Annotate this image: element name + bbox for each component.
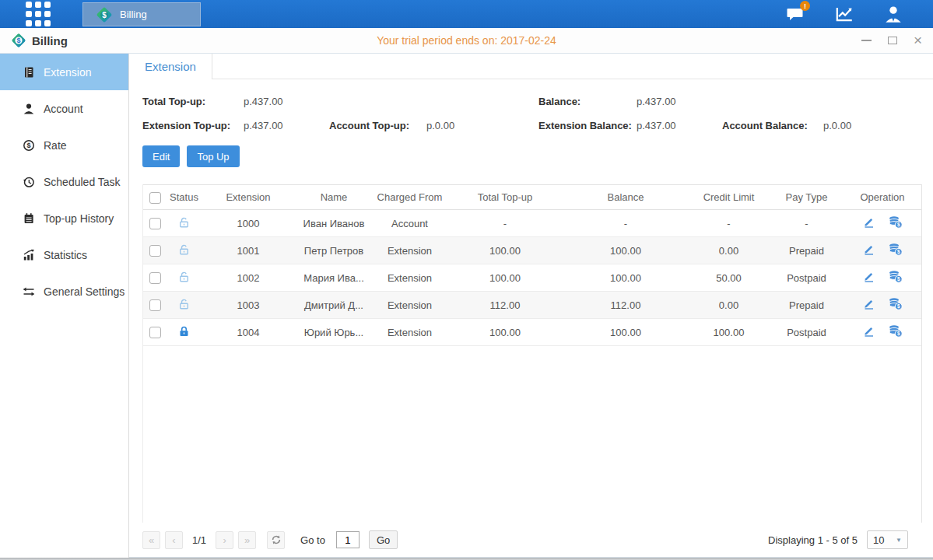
balance-cell: - xyxy=(563,210,688,237)
pay-type-cell: Postpaid xyxy=(770,264,844,292)
coins-icon: $ xyxy=(888,243,903,256)
credit-limit-cell: 100.00 xyxy=(688,319,770,346)
refresh-button[interactable] xyxy=(267,531,285,549)
balance-cell: 100.00 xyxy=(563,237,688,264)
credit-limit-cell: 0.00 xyxy=(688,237,770,264)
tab-extension[interactable]: Extension xyxy=(129,54,212,79)
row-checkbox[interactable] xyxy=(149,299,161,311)
balance-value: p.437.00 xyxy=(637,96,722,107)
svg-text:$: $ xyxy=(897,249,900,255)
minimize-icon[interactable] xyxy=(861,40,872,41)
topup-button[interactable]: Top Up xyxy=(187,145,239,167)
edit-button[interactable]: Edit xyxy=(142,145,180,167)
prev-page-button[interactable]: ‹ xyxy=(165,531,183,549)
topup-row-button[interactable]: $ xyxy=(888,297,903,310)
next-page-button[interactable]: › xyxy=(216,531,233,549)
operation-cell: $ xyxy=(844,237,921,264)
operation-cell: $ xyxy=(844,292,921,319)
page-size-select[interactable]: 10 ▼ xyxy=(867,530,908,549)
coins-icon: $ xyxy=(888,215,903,229)
edit-row-button[interactable] xyxy=(862,243,875,256)
pagination-bar: « ‹ 1/1 › » Go to Go Displayi xyxy=(129,523,933,558)
user-icon xyxy=(883,5,903,23)
svg-text:$: $ xyxy=(26,142,30,149)
sidebar-item-account[interactable]: Account xyxy=(0,90,128,127)
extension-balance-label: Extension Balance: xyxy=(538,120,637,131)
sliders-icon xyxy=(23,285,35,298)
total-topup-label: Total Top-up: xyxy=(142,96,244,107)
table-row[interactable]: 1003 Дмитрий Д... Extension 112.00 112.0… xyxy=(143,292,921,319)
table-row[interactable]: 1004 Юрий Юрь... Extension 100.00 100.00… xyxy=(143,319,921,346)
app-title: $ Billing xyxy=(11,33,68,48)
extension-table-wrap: Status Extension Name Charged From Total… xyxy=(142,184,922,523)
row-checkbox[interactable] xyxy=(149,218,161,229)
balance-cell: 100.00 xyxy=(563,264,688,292)
status-cell xyxy=(167,292,202,319)
edit-row-button[interactable] xyxy=(862,297,875,310)
row-checkbox[interactable] xyxy=(149,272,161,284)
extension-topup-value: p.437.00 xyxy=(244,120,329,131)
name-cell: Иван Иванов xyxy=(295,210,373,237)
operation-cell: $ xyxy=(844,264,921,292)
edit-row-button[interactable] xyxy=(862,324,875,338)
credit-limit-cell: 0.00 xyxy=(688,292,770,319)
edit-row-button[interactable] xyxy=(862,215,875,229)
sidebar-item-topup-history[interactable]: Top-up History xyxy=(0,200,128,236)
charged-from-cell: Extension xyxy=(373,264,447,292)
charged-from-cell: Extension xyxy=(373,292,447,319)
clock-history-icon xyxy=(23,176,35,188)
col-operation: Operation xyxy=(844,185,921,210)
row-checkbox[interactable] xyxy=(149,245,161,257)
billing-diamond-icon: $ xyxy=(96,6,113,23)
open-app-tab-billing[interactable]: $ Billing xyxy=(82,2,201,26)
table-header-row: Status Extension Name Charged From Total… xyxy=(143,185,921,210)
topup-row-button[interactable]: $ xyxy=(888,270,903,283)
table-row[interactable]: 1000 Иван Иванов Account - - - - xyxy=(143,210,921,237)
balance-label: Balance: xyxy=(538,96,637,107)
unlocked-icon xyxy=(177,216,191,229)
app-tab-label: Billing xyxy=(120,9,147,20)
sidebar-item-statistics[interactable]: Statistics xyxy=(0,236,128,273)
operation-cell: $ xyxy=(844,319,921,346)
goto-page-input[interactable] xyxy=(336,531,360,548)
account-menu-button[interactable] xyxy=(883,4,903,24)
table-row[interactable]: 1002 Мария Ива... Extension 100.00 100.0… xyxy=(143,264,921,292)
edit-row-button[interactable] xyxy=(862,270,875,283)
select-all-checkbox[interactable] xyxy=(149,192,161,204)
total-topup-cell: 112.00 xyxy=(447,292,563,319)
table-row[interactable]: 1001 Петр Петров Extension 100.00 100.00… xyxy=(143,237,921,264)
sidebar-item-label: General Settings xyxy=(44,285,125,298)
extension-cell: 1001 xyxy=(202,237,295,264)
unlocked-icon xyxy=(177,298,191,310)
close-icon[interactable]: × xyxy=(914,36,922,45)
row-checkbox[interactable] xyxy=(149,327,161,338)
svg-text:$: $ xyxy=(897,303,900,310)
topup-row-button[interactable]: $ xyxy=(888,324,903,338)
sidebar-item-extension[interactable]: Extension xyxy=(0,54,128,90)
sidebar-item-scheduled-task[interactable]: Scheduled Task xyxy=(0,163,128,200)
messages-button[interactable]: ! xyxy=(785,4,805,24)
page-size-value: 10 xyxy=(873,534,884,546)
statistics-icon xyxy=(23,249,35,261)
status-cell xyxy=(167,264,202,292)
topup-row-button[interactable]: $ xyxy=(888,215,903,229)
total-topup-cell: - xyxy=(447,210,563,237)
coins-icon: $ xyxy=(888,270,903,283)
reports-button[interactable] xyxy=(834,4,854,24)
credit-limit-cell: - xyxy=(688,210,770,237)
app-grid-icon[interactable] xyxy=(26,2,51,26)
last-page-button[interactable]: » xyxy=(238,531,256,549)
sidebar-item-general-settings[interactable]: General Settings xyxy=(0,273,128,310)
name-cell: Юрий Юрь... xyxy=(295,319,373,346)
refresh-icon xyxy=(271,534,282,545)
extension-balance-value: p.437.00 xyxy=(637,120,722,131)
go-button[interactable]: Go xyxy=(369,530,398,549)
page-indicator: 1/1 xyxy=(192,534,206,546)
maximize-icon[interactable] xyxy=(888,37,897,44)
topup-row-button[interactable]: $ xyxy=(888,243,903,256)
table-body: 1000 Иван Иванов Account - - - - xyxy=(143,210,921,346)
col-extension: Extension xyxy=(202,185,295,210)
first-page-button[interactable]: « xyxy=(142,531,160,549)
sidebar-item-rate[interactable]: $ Rate xyxy=(0,127,128,163)
pencil-icon xyxy=(862,270,875,283)
